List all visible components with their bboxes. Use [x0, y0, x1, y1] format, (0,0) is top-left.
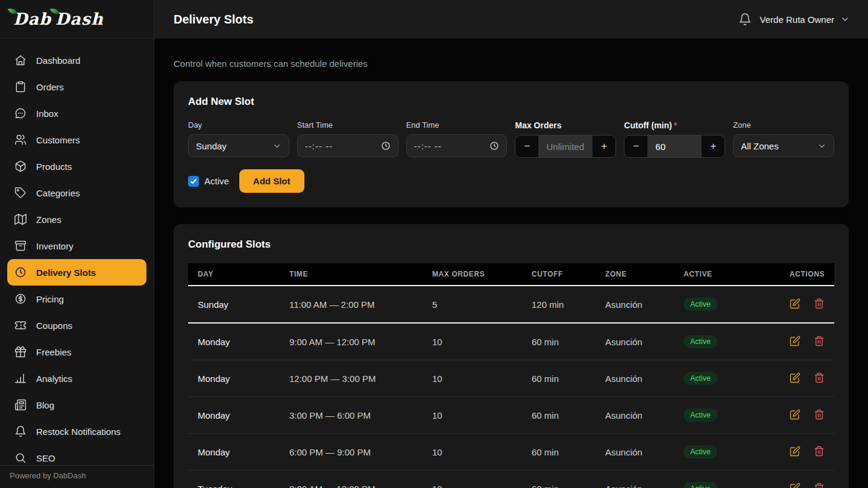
- user-name: Verde Ruta Owner: [760, 14, 834, 25]
- freebies-icon: [14, 346, 27, 358]
- trash-icon: [814, 298, 825, 309]
- cell-zone: Asunción: [596, 360, 674, 397]
- configured-slots-card: Configured Slots Day Time Max Orders Cut…: [174, 224, 849, 488]
- delete-slot-button[interactable]: [814, 409, 825, 420]
- sidebar-item-blog[interactable]: Blog: [7, 392, 146, 418]
- active-checkbox-label: Active: [204, 176, 229, 186]
- table-header-row: Day Time Max Orders Cutoff Zone Active A…: [188, 263, 834, 286]
- sidebar-item-analytics[interactable]: Analytics: [7, 365, 146, 392]
- edit-slot-button[interactable]: [790, 446, 800, 457]
- sidebar-item-label: Blog: [36, 400, 54, 410]
- products-icon: [14, 160, 27, 172]
- configured-slots-title: Configured Slots: [188, 239, 834, 251]
- sidebar-item-inventory[interactable]: Inventory: [7, 233, 146, 259]
- cell-active: Active: [674, 360, 779, 397]
- edit-slot-button[interactable]: [790, 372, 800, 383]
- edit-icon: [790, 446, 800, 457]
- sidebar-item-products[interactable]: Products: [7, 153, 146, 180]
- sidebar-item-restock-notifications[interactable]: Restock Notifications: [7, 418, 146, 445]
- start-time-input[interactable]: --:-- --: [297, 134, 398, 157]
- sidebar-item-label: Orders: [36, 82, 64, 92]
- brand-word-1: Dab: [13, 10, 51, 28]
- sidebar-item-label: Coupons: [36, 321, 72, 331]
- cell-day: Monday: [188, 360, 280, 397]
- status-badge: Active: [684, 335, 717, 348]
- delete-slot-button[interactable]: [814, 298, 825, 309]
- sidebar-item-dashboard[interactable]: Dashboard: [7, 47, 146, 74]
- sidebar-item-zones[interactable]: Zones: [7, 206, 146, 233]
- inventory-icon: [14, 240, 27, 252]
- table-row: Monday 3:00 PM — 6:00 PM 10 60 min Asunc…: [188, 397, 834, 434]
- sidebar-item-freebies[interactable]: Freebies: [7, 339, 146, 365]
- max-orders-stepper: − Unlimited +: [515, 135, 616, 158]
- bell-icon[interactable]: [738, 13, 752, 26]
- cell-max-orders: 10: [423, 323, 522, 360]
- day-select[interactable]: Sunday: [188, 134, 289, 157]
- cell-active: Active: [674, 286, 779, 323]
- add-slot-button[interactable]: Add Slot: [239, 169, 304, 193]
- edit-slot-button[interactable]: [790, 336, 800, 346]
- edit-icon: [790, 298, 800, 309]
- cutoff-stepper: − 60 +: [624, 135, 725, 158]
- active-checkbox[interactable]: [188, 176, 199, 187]
- inbox-icon: [14, 107, 27, 119]
- sidebar-item-label: Inventory: [36, 241, 74, 251]
- edit-slot-button[interactable]: [790, 298, 800, 309]
- col-active: Active: [674, 263, 779, 286]
- trash-icon: [814, 409, 825, 420]
- trash-icon: [814, 446, 825, 457]
- day-select-value: Sunday: [196, 141, 227, 151]
- start-time-placeholder: --:-- --: [305, 141, 333, 151]
- delete-slot-button[interactable]: [814, 446, 825, 457]
- edit-slot-button[interactable]: [790, 409, 800, 420]
- cutoff-increment-button[interactable]: +: [702, 136, 725, 157]
- end-time-input[interactable]: --:-- --: [406, 134, 508, 157]
- delete-slot-button[interactable]: [814, 372, 825, 383]
- cell-max-orders: 5: [423, 286, 522, 323]
- table-row: Monday 9:00 AM — 12:00 PM 10 60 min Asun…: [188, 323, 834, 360]
- delete-slot-button[interactable]: [814, 336, 825, 346]
- cell-zone: Asunción: [596, 434, 674, 471]
- sidebar-item-coupons[interactable]: Coupons: [7, 312, 146, 339]
- status-badge: Active: [684, 298, 717, 311]
- sidebar-item-pricing[interactable]: Pricing: [7, 286, 146, 312]
- max-orders-decrement-button[interactable]: −: [515, 136, 538, 157]
- cell-day: Sunday: [188, 286, 280, 323]
- sidebar-item-categories[interactable]: Categories: [7, 180, 146, 206]
- edit-icon: [790, 409, 800, 420]
- cell-actions: [779, 286, 834, 323]
- edit-slot-button[interactable]: [790, 483, 800, 488]
- sidebar-item-delivery-slots[interactable]: Delivery Slots: [7, 259, 146, 286]
- max-orders-increment-button[interactable]: +: [593, 136, 615, 157]
- delete-slot-button[interactable]: [814, 483, 825, 488]
- user-menu[interactable]: Verde Ruta Owner: [760, 14, 850, 25]
- app-window: Dab Dash Dashboard Orders Inbox Customer…: [0, 0, 868, 488]
- trash-icon: [814, 372, 825, 383]
- max-orders-input[interactable]: Unlimited: [538, 142, 593, 152]
- sidebar-item-label: Zones: [36, 214, 61, 225]
- col-time: Time: [280, 263, 423, 286]
- cutoff-input[interactable]: 60: [647, 142, 702, 152]
- cutoff-decrement-button[interactable]: −: [624, 136, 647, 157]
- content-area: Control when customers can schedule deli…: [154, 39, 868, 488]
- cell-active: Active: [674, 323, 779, 360]
- cell-cutoff: 60 min: [522, 397, 596, 434]
- bell-icon: [14, 425, 27, 437]
- sidebar-item-customers[interactable]: Customers: [7, 127, 146, 153]
- sidebar-item-label: Delivery Slots: [36, 267, 96, 278]
- zone-select[interactable]: All Zones: [733, 134, 834, 157]
- sidebar-item-orders[interactable]: Orders: [7, 74, 146, 100]
- sidebar-item-inbox[interactable]: Inbox: [7, 100, 146, 127]
- brand-logo[interactable]: Dab Dash: [13, 10, 104, 28]
- cell-max-orders: 10: [423, 434, 522, 471]
- end-time-field: End Time --:-- --: [406, 120, 508, 158]
- edit-icon: [790, 336, 800, 346]
- orders-icon: [14, 81, 27, 93]
- max-orders-label: Max Orders: [515, 120, 616, 130]
- blog-icon: [14, 399, 27, 411]
- sidebar-item-label: Customers: [36, 135, 80, 145]
- sidebar-item-label: SEO: [36, 453, 55, 463]
- cell-day: Monday: [188, 323, 280, 360]
- trash-icon: [814, 336, 825, 346]
- page-subtitle: Control when customers can schedule deli…: [174, 58, 849, 69]
